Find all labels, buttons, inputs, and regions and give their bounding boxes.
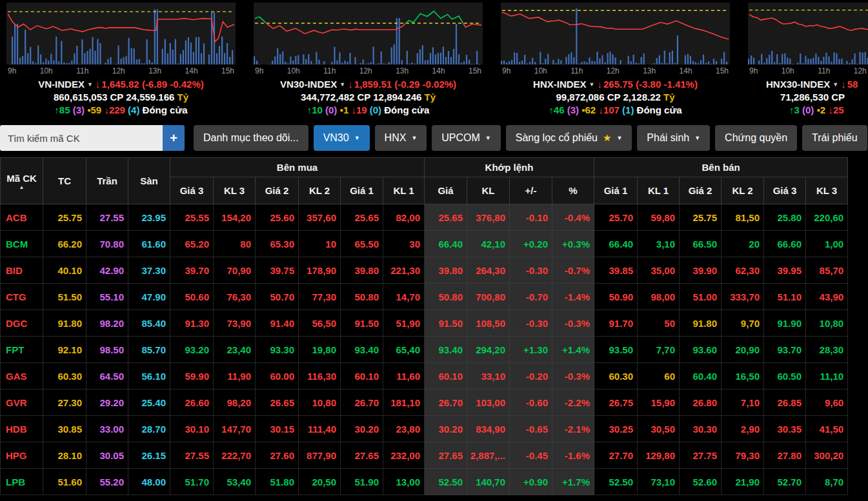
bid-vol-1[interactable]: 221,30: [383, 257, 425, 284]
toolbar-button-ph-i-sinh[interactable]: Phái sinh ▼: [637, 125, 710, 151]
ask-vol-3[interactable]: 8,70: [806, 469, 848, 495]
ask-price-2[interactable]: 93.60: [680, 337, 722, 363]
col-bid-vol-2[interactable]: KL 2: [299, 177, 341, 204]
bid-vol-3[interactable]: 11,90: [214, 363, 256, 389]
ask-price-1[interactable]: 25.70: [594, 204, 638, 231]
bid-vol-3[interactable]: 73,90: [214, 310, 256, 337]
index-name-row[interactable]: HNX30-INDEX▼↓58: [748, 78, 868, 91]
ask-price-3[interactable]: 39.95: [764, 257, 806, 284]
bid-price-2[interactable]: 50.70: [256, 284, 299, 310]
col-symbol[interactable]: Mã CK ▲: [1, 158, 43, 204]
ask-price-3[interactable]: 91.90: [764, 310, 806, 337]
bid-vol-2[interactable]: 56,50: [299, 310, 341, 337]
match-vol[interactable]: 103,00: [467, 389, 510, 416]
match-price[interactable]: 39.80: [425, 257, 467, 284]
ask-vol-3[interactable]: 41,50: [806, 416, 848, 442]
ask-price-2[interactable]: 52.60: [680, 469, 722, 495]
toolbar-button-tr-i-phi-u[interactable]: Trái phiếu: [802, 125, 867, 151]
bid-price-3[interactable]: 91.30: [170, 310, 214, 337]
col-floor-price[interactable]: Sàn: [128, 158, 170, 204]
col-match-price[interactable]: Giá: [425, 177, 467, 204]
ask-price-3[interactable]: 51.10: [764, 284, 806, 310]
match-price[interactable]: 66.40: [425, 231, 467, 257]
ask-price-2[interactable]: 39.90: [680, 257, 722, 284]
bid-price-2[interactable]: 39.75: [256, 257, 299, 284]
bid-vol-1[interactable]: 181,10: [383, 389, 425, 416]
bid-price-1[interactable]: 51.90: [341, 469, 383, 495]
bid-price-1[interactable]: 30.20: [341, 416, 383, 442]
ask-vol-3[interactable]: 300,20: [806, 442, 848, 469]
ask-vol-2[interactable]: 20,90: [722, 337, 764, 363]
bid-vol-1[interactable]: 30: [383, 231, 425, 257]
ask-price-1[interactable]: 93.50: [594, 337, 638, 363]
bid-price-3[interactable]: 59.90: [170, 363, 214, 389]
ask-price-2[interactable]: 51.00: [680, 284, 722, 310]
symbol-cell[interactable]: LPB: [1, 469, 43, 495]
match-price[interactable]: 50.80: [425, 284, 467, 310]
bid-vol-3[interactable]: 80: [214, 231, 256, 257]
col-bid-vol-1[interactable]: KL 1: [383, 177, 425, 204]
ask-vol-1[interactable]: 15,90: [638, 389, 680, 416]
toolbar-button-s-ng-l-c-c-phi-u[interactable]: Sàng lọc cổ phiếu ★ ▼: [506, 125, 632, 151]
bid-price-1[interactable]: 39.80: [341, 257, 383, 284]
ask-price-3[interactable]: 30.35: [764, 416, 806, 442]
symbol-cell[interactable]: HPG: [1, 442, 43, 469]
bid-price-3[interactable]: 26.60: [170, 389, 214, 416]
symbol-cell[interactable]: BCM: [1, 231, 43, 257]
col-ask-price-3[interactable]: Giá 3: [764, 177, 806, 204]
bid-vol-1[interactable]: 232,00: [383, 442, 425, 469]
bid-vol-1[interactable]: 65,40: [383, 337, 425, 363]
match-vol[interactable]: 700,80: [467, 284, 510, 310]
ask-vol-1[interactable]: 3,10: [638, 231, 680, 257]
bid-vol-3[interactable]: 154,20: [214, 204, 256, 231]
bid-vol-3[interactable]: 222,70: [214, 442, 256, 469]
bid-price-2[interactable]: 91.40: [256, 310, 299, 337]
match-vol[interactable]: 140,70: [467, 469, 510, 495]
toolbar-button-ch-ng-quy-n[interactable]: Chứng quyền: [715, 125, 797, 151]
bid-vol-3[interactable]: 70,90: [214, 257, 256, 284]
bid-price-2[interactable]: 26.65: [256, 389, 299, 416]
ask-vol-3[interactable]: 11,10: [806, 363, 848, 389]
symbol-cell[interactable]: GVR: [1, 389, 43, 416]
bid-price-1[interactable]: 93.40: [341, 337, 383, 363]
ask-vol-1[interactable]: 50: [638, 310, 680, 337]
ask-price-3[interactable]: 26.85: [764, 389, 806, 416]
ask-price-3[interactable]: 52.70: [764, 469, 806, 495]
bid-price-3[interactable]: 51.70: [170, 469, 214, 495]
match-vol[interactable]: 264,30: [467, 257, 510, 284]
bid-vol-3[interactable]: 53,40: [214, 469, 256, 495]
col-match-vol[interactable]: KL: [467, 177, 510, 204]
toolbar-button-vn30[interactable]: VN30 ▼: [314, 125, 370, 151]
ask-price-2[interactable]: 27.75: [680, 442, 722, 469]
bid-price-2[interactable]: 25.60: [256, 204, 299, 231]
match-vol[interactable]: 834,90: [467, 416, 510, 442]
ask-price-1[interactable]: 26.75: [594, 389, 638, 416]
ask-price-2[interactable]: 60.40: [680, 363, 722, 389]
symbol-cell[interactable]: FPT: [1, 337, 43, 363]
add-symbol-button[interactable]: +: [163, 125, 185, 151]
bid-vol-2[interactable]: 116,30: [299, 363, 341, 389]
toolbar-button-danh-m-c-theo-d-i-[interactable]: Danh mục theo dõi...: [194, 125, 308, 151]
index-name-row[interactable]: VN30-INDEX▼↓1,859.51 (-0.29 -0.02%): [254, 78, 483, 91]
ask-price-2[interactable]: 66.50: [680, 231, 722, 257]
ask-vol-2[interactable]: 333,70: [722, 284, 764, 310]
symbol-cell[interactable]: GAS: [1, 363, 43, 389]
symbol-cell[interactable]: DGC: [1, 310, 43, 337]
ask-price-3[interactable]: 60.50: [764, 363, 806, 389]
toolbar-button-hnx[interactable]: HNX ▼: [375, 125, 427, 151]
toolbar-button-upcom[interactable]: UPCOM ▼: [432, 125, 500, 151]
bid-price-2[interactable]: 65.30: [256, 231, 299, 257]
ask-vol-3[interactable]: 220,60: [806, 204, 848, 231]
bid-vol-1[interactable]: 23,80: [383, 416, 425, 442]
match-vol[interactable]: 108,50: [467, 310, 510, 337]
ask-vol-1[interactable]: 98,00: [638, 284, 680, 310]
col-bid-vol-3[interactable]: KL 3: [214, 177, 256, 204]
ask-price-3[interactable]: 27.80: [764, 442, 806, 469]
bid-vol-1[interactable]: 13,00: [383, 469, 425, 495]
match-vol[interactable]: 2,887,...: [467, 442, 510, 469]
ask-vol-2[interactable]: 79,30: [722, 442, 764, 469]
bid-vol-2[interactable]: 178,90: [299, 257, 341, 284]
bid-price-3[interactable]: 30.10: [170, 416, 214, 442]
ask-vol-2[interactable]: 16,50: [722, 363, 764, 389]
ask-vol-3[interactable]: 43,90: [806, 284, 848, 310]
